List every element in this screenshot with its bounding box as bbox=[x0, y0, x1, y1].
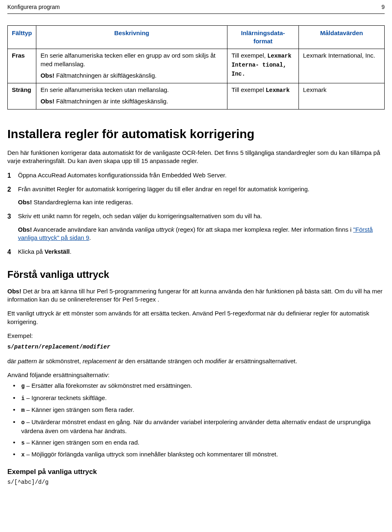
bullet-x: x – Möjliggör förlängda vanliga uttryck … bbox=[21, 450, 385, 459]
strang-desc: En serie alfanumeriska tecken utan mella… bbox=[40, 86, 223, 94]
step-number: 3 bbox=[7, 212, 11, 221]
code-replacement: replacement bbox=[42, 344, 79, 350]
example-code: s/[^abc]/d/g bbox=[7, 478, 385, 486]
field-type-table: Fälttyp Beskrivning Inlärningsdata- form… bbox=[7, 25, 385, 110]
obs-label: Obs! bbox=[7, 288, 21, 295]
code-sep2: / bbox=[79, 344, 82, 350]
heading-install-rules: Installera regler för automatisk korrige… bbox=[7, 126, 385, 143]
step-1: 1 Öppna AccuRead Automates konfiguration… bbox=[18, 171, 385, 179]
steps-list: 1 Öppna AccuRead Automates konfiguration… bbox=[7, 171, 385, 256]
text-i: – Ignorerar tecknets skiftläge. bbox=[24, 394, 107, 401]
cell-fras-type: Fras bbox=[8, 49, 36, 83]
header-rule bbox=[7, 13, 385, 14]
obs-em: vanliga uttryck bbox=[135, 226, 174, 233]
obs-mid: (regex) för att skapa mer komplexa regle… bbox=[174, 226, 353, 233]
heading-regex: Förstå vanliga uttryck bbox=[7, 268, 385, 281]
text-m: – Känner igen strängen som flera rader. bbox=[24, 406, 134, 413]
th-inlarning: Inlärningsdata- format bbox=[227, 25, 299, 49]
regex-p2: Ett vanligt uttryck är ett mönster som a… bbox=[7, 309, 385, 326]
example-label: Exempel: bbox=[7, 332, 385, 340]
def-mid2: är den ersättande strängen och bbox=[116, 358, 205, 364]
def-pre: där bbox=[7, 358, 18, 364]
step-number: 2 bbox=[7, 185, 11, 194]
obs-text: Standardreglerna kan inte redigeras. bbox=[32, 199, 133, 206]
page-header: Konfigurera program 9 bbox=[7, 3, 385, 11]
obs-text: Fältmatchningen är skiftlägeskänslig. bbox=[54, 72, 156, 79]
step-text: Öppna AccuRead Automates konfigurationss… bbox=[18, 172, 227, 179]
inl-prefix: Till exempel bbox=[232, 86, 266, 93]
def-mid1: är sökmönstret, bbox=[37, 358, 83, 364]
th-falttyp: Fälttyp bbox=[8, 25, 36, 49]
cell-strang-beskriv: En serie alfanumeriska tecken utan mella… bbox=[36, 83, 227, 110]
step-pre: Klicka på bbox=[18, 248, 45, 255]
cell-fras-mal: Lexmark International, Inc. bbox=[299, 49, 385, 83]
fras-obs: Obs! Fältmatchningen är skiftlägeskänsli… bbox=[40, 72, 223, 80]
step-post: . bbox=[70, 248, 71, 255]
intro-paragraph: Den här funktionen korrigerar data autom… bbox=[7, 149, 385, 165]
th-beskrivning: Beskrivning bbox=[36, 25, 227, 49]
step-2: 2 Från avsnittet Regler för automatisk k… bbox=[18, 185, 385, 207]
obs-label: Obs! bbox=[40, 98, 54, 105]
use-following: Använd följande ersättningsalternativ: bbox=[7, 371, 385, 379]
bullet-g: g – Ersätter alla förekomster av sökmöns… bbox=[21, 382, 385, 391]
cell-strang-type: Sträng bbox=[8, 83, 36, 110]
def-pattern: pattern bbox=[18, 358, 37, 364]
table-row-fras: Fras En serie alfanumeriska tecken eller… bbox=[8, 49, 385, 83]
step-number: 4 bbox=[7, 248, 11, 257]
bullet-i: i – Ignorerar tecknets skiftläge. bbox=[21, 394, 385, 403]
fras-desc: En serie alfanumeriska tecken eller en g… bbox=[40, 51, 223, 68]
obs-label: Obs! bbox=[18, 226, 32, 233]
obs-post: . bbox=[89, 234, 91, 241]
obs-label: Obs! bbox=[40, 72, 54, 79]
inl-mono: Lexmark bbox=[266, 87, 290, 94]
obs-text: Det är bra att känna till hur Perl 5-pro… bbox=[7, 288, 383, 303]
bullet-m: m – Känner igen strängen som flera rader… bbox=[21, 406, 385, 415]
code-sep1: / bbox=[38, 344, 42, 350]
header-left: Konfigurera program bbox=[7, 3, 60, 11]
code-modifier: modifier bbox=[83, 344, 110, 350]
step-text: Skriv ett unikt namn för regeln, och sed… bbox=[18, 212, 262, 219]
obs-pre: Avancerade användare kan använda bbox=[32, 226, 135, 233]
bullet-o: o – Utvärderar mönstret endast en gång. … bbox=[21, 418, 385, 435]
regex-syntax: s/pattern/replacement/modifier bbox=[7, 342, 385, 351]
def-replacement: replacement bbox=[82, 358, 116, 364]
step-3: 3 Skriv ett unikt namn för regeln, och s… bbox=[18, 212, 385, 242]
step-number: 1 bbox=[7, 171, 11, 180]
text-s: – Känner igen strängen som en enda rad. bbox=[24, 439, 139, 446]
regex-def: där pattern är sökmönstret, replacement … bbox=[7, 357, 385, 365]
text-o: – Utvärderar mönstret endast en gång. Nä… bbox=[21, 418, 371, 434]
obs-label: Obs! bbox=[18, 199, 32, 206]
modifier-list: g – Ersätter alla förekomster av sökmöns… bbox=[7, 382, 385, 459]
code-s: s/ bbox=[7, 344, 14, 350]
cell-strang-inl: Till exempel Lexmark bbox=[227, 83, 299, 110]
code-pattern: pattern bbox=[14, 344, 38, 350]
text-x: – Möjliggör förlängda vanliga uttryck so… bbox=[24, 451, 278, 458]
def-post: är ersättningsalternativet. bbox=[227, 358, 297, 364]
cell-fras-inl: Till exempel, Lexmark Interna- tional, I… bbox=[227, 49, 299, 83]
heading-regex-examples: Exempel på vanliga uttryck bbox=[7, 467, 385, 477]
strang-obs: Obs! Fältmatchningen är inte skiftlägesk… bbox=[40, 97, 223, 105]
obs-text: Fältmatchningen är inte skiftlägeskänsli… bbox=[54, 98, 168, 105]
inl-prefix: Till exempel, bbox=[232, 52, 267, 59]
step-4: 4 Klicka på Verkställ. bbox=[18, 248, 385, 256]
bullet-s: s – Känner igen strängen som en enda rad… bbox=[21, 438, 385, 447]
regex-obs: Obs! Det är bra att känna till hur Perl … bbox=[7, 287, 385, 304]
step-bold: Verkställ bbox=[45, 248, 70, 255]
th-maldata: Måldatavärden bbox=[299, 25, 385, 49]
text-g: – Ersätter alla förekomster av sökmönstr… bbox=[24, 382, 192, 389]
table-row-strang: Sträng En serie alfanumeriska tecken uta… bbox=[8, 83, 385, 110]
table-header-row: Fälttyp Beskrivning Inlärningsdata- form… bbox=[8, 25, 385, 49]
step-note: Obs! Standardreglerna kan inte redigeras… bbox=[18, 198, 385, 206]
page-number: 9 bbox=[381, 3, 385, 11]
step-text: Från avsnittet Regler för automatisk kor… bbox=[18, 186, 310, 192]
def-modifier: modifier bbox=[205, 358, 227, 364]
step-note: Obs! Avancerade användare kan använda va… bbox=[18, 226, 385, 242]
cell-strang-mal: Lexmark bbox=[299, 83, 385, 110]
cell-fras-beskriv: En serie alfanumeriska tecken eller en g… bbox=[36, 49, 227, 83]
